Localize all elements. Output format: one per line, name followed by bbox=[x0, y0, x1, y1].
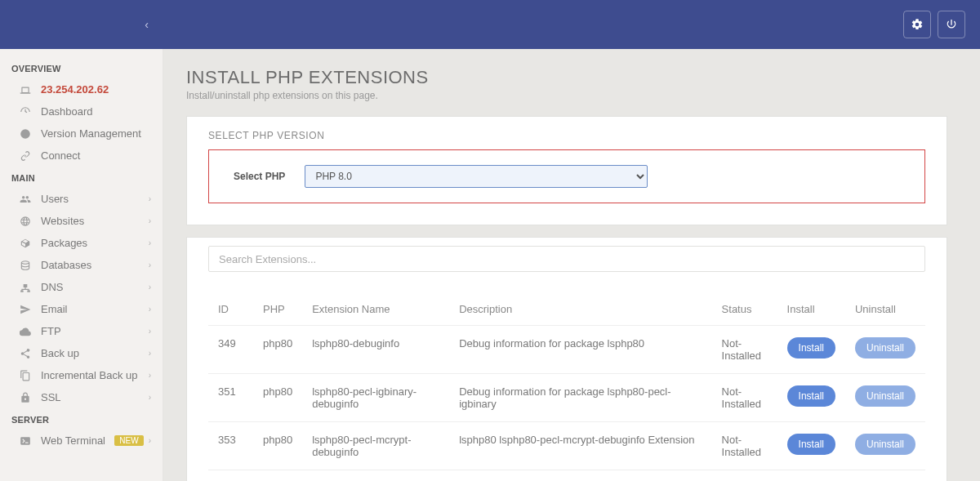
sidebar-item-packages[interactable]: Packages› bbox=[0, 232, 163, 254]
sidebar-item-databases[interactable]: Databases› bbox=[0, 254, 163, 276]
sidebar-item-23-254-202-62[interactable]: 23.254.202.62 bbox=[0, 78, 163, 100]
sitemap-icon bbox=[18, 282, 33, 293]
th-uninstall: Uninstall bbox=[845, 293, 925, 326]
sidebar-section-title: MAIN bbox=[0, 167, 163, 188]
php-version-select[interactable]: PHP 8.0 bbox=[305, 165, 648, 188]
th-desc: Description bbox=[449, 293, 711, 326]
dashboard-icon bbox=[18, 106, 33, 118]
cell-id: 355 bbox=[208, 470, 253, 482]
sidebar-item-label: Connect bbox=[41, 149, 151, 162]
chevron-right-icon: › bbox=[149, 371, 151, 380]
install-button[interactable]: Install bbox=[787, 434, 835, 455]
cell-status: Installed bbox=[712, 470, 777, 482]
search-extensions-input[interactable] bbox=[208, 246, 925, 272]
link-icon bbox=[18, 150, 33, 162]
sidebar-item-label: DNS bbox=[41, 281, 149, 293]
sidebar-item-label: Incremental Back up bbox=[41, 369, 149, 381]
sidebar-item-label: Web Terminal bbox=[41, 434, 114, 447]
cell-php: php80 bbox=[253, 326, 302, 374]
box-icon bbox=[18, 238, 33, 249]
sidebar-collapse-toggle[interactable]: ‹ bbox=[145, 18, 149, 31]
sidebar-item-email[interactable]: Email› bbox=[0, 298, 163, 320]
cell-desc: Debug information for package lsphp80-pe… bbox=[449, 374, 711, 422]
select-php-label: Select PHP bbox=[234, 171, 285, 182]
select-php-highlight-box: Select PHP PHP 8.0 bbox=[208, 149, 925, 203]
th-install: Install bbox=[777, 293, 845, 326]
sidebar-item-dns[interactable]: DNS› bbox=[0, 276, 163, 298]
sidebar-item-label: FTP bbox=[41, 325, 149, 337]
table-row: 349php80lsphp80-debuginfoDebug informati… bbox=[208, 326, 925, 374]
sidebar-section-title: OVERVIEW bbox=[0, 57, 163, 78]
uninstall-button[interactable]: Uninstall bbox=[855, 337, 915, 359]
sidebar-item-label: Packages bbox=[41, 237, 149, 249]
send-icon bbox=[18, 304, 33, 315]
power-icon bbox=[945, 18, 958, 31]
chevron-right-icon: › bbox=[149, 283, 151, 292]
install-button[interactable]: Install bbox=[787, 337, 835, 359]
sidebar-item-label: Email bbox=[41, 303, 149, 315]
settings-button[interactable] bbox=[903, 11, 931, 38]
info-icon bbox=[18, 128, 33, 140]
sidebar-item-ftp[interactable]: FTP› bbox=[0, 320, 163, 342]
cell-id: 349 bbox=[208, 326, 253, 374]
share-icon bbox=[18, 348, 33, 359]
sidebar-item-label: Websites bbox=[41, 215, 149, 227]
sidebar-item-version-management[interactable]: Version Management bbox=[0, 122, 163, 145]
chevron-right-icon: › bbox=[149, 349, 151, 358]
sidebar-item-label: Version Management bbox=[41, 127, 151, 140]
chevron-right-icon: › bbox=[149, 216, 151, 225]
cell-php: php80 bbox=[253, 422, 302, 470]
uninstall-button[interactable]: Uninstall bbox=[855, 385, 915, 407]
cell-name: lsphp80-pecl-igbinary-debuginfo bbox=[302, 374, 449, 422]
select-php-card: SELECT PHP VERSION Select PHP PHP 8.0 bbox=[186, 116, 947, 225]
cell-desc: A extension for PHP applications for usi… bbox=[449, 470, 711, 482]
sidebar-item-users[interactable]: Users› bbox=[0, 188, 163, 210]
chevron-right-icon: › bbox=[149, 305, 151, 314]
sidebar-item-web-terminal[interactable]: Web TerminalNEW› bbox=[0, 430, 163, 452]
copy-icon bbox=[18, 370, 33, 381]
th-php: PHP bbox=[253, 293, 302, 326]
sidebar-item-incremental-back-up[interactable]: Incremental Back up› bbox=[0, 364, 163, 386]
sidebar-item-label: Users bbox=[41, 193, 149, 205]
extensions-table: ID PHP Extension Name Description Status… bbox=[208, 293, 925, 481]
badge-new: NEW bbox=[114, 435, 143, 446]
sidebar-item-back-up[interactable]: Back up› bbox=[0, 342, 163, 364]
uninstall-button[interactable]: Uninstall bbox=[855, 434, 915, 455]
sidebar-section-title: SERVER bbox=[0, 408, 163, 430]
sidebar-item-label: SSL bbox=[41, 391, 149, 403]
power-button[interactable] bbox=[938, 11, 965, 38]
chevron-right-icon: › bbox=[149, 327, 151, 336]
install-button[interactable]: Install bbox=[787, 385, 835, 407]
cell-desc: lsphp80 lsphp80-pecl-mcrypt-debuginfo Ex… bbox=[449, 422, 711, 470]
table-row: 355php80lsphp80-bcmathA extension for PH… bbox=[208, 470, 925, 482]
sidebar-item-ssl[interactable]: SSL› bbox=[0, 386, 163, 408]
cell-php: php80 bbox=[253, 374, 302, 422]
cell-status: Not-Installed bbox=[712, 326, 777, 374]
cell-id: 351 bbox=[208, 374, 253, 422]
th-status: Status bbox=[712, 293, 777, 326]
sidebar-item-dashboard[interactable]: Dashboard bbox=[0, 100, 163, 122]
table-row: 353php80lsphp80-pecl-mcrypt-debuginfolsp… bbox=[208, 422, 925, 470]
cell-id: 353 bbox=[208, 422, 253, 470]
globe-icon bbox=[18, 216, 33, 227]
sidebar-item-label: Databases bbox=[41, 259, 149, 271]
sidebar-item-label: 23.254.202.62 bbox=[41, 83, 151, 96]
sidebar-item-label: Back up bbox=[41, 347, 149, 359]
terminal-icon bbox=[18, 435, 33, 447]
database-icon bbox=[18, 260, 33, 271]
sidebar-item-label: Dashboard bbox=[41, 105, 151, 118]
gear-icon bbox=[911, 18, 924, 31]
chevron-right-icon: › bbox=[149, 194, 151, 203]
sidebar-item-websites[interactable]: Websites› bbox=[0, 210, 163, 232]
chevron-right-icon: › bbox=[149, 261, 151, 269]
sidebar-item-connect[interactable]: Connect bbox=[0, 145, 163, 167]
sidebar: OVERVIEW23.254.202.62DashboardVersion Ma… bbox=[0, 49, 163, 481]
cell-name: lsphp80-pecl-mcrypt-debuginfo bbox=[302, 422, 449, 470]
cell-php: php80 bbox=[253, 470, 302, 482]
select-php-header: SELECT PHP VERSION bbox=[187, 117, 947, 149]
table-row: 351php80lsphp80-pecl-igbinary-debuginfoD… bbox=[208, 374, 925, 422]
laptop-icon bbox=[18, 84, 33, 96]
chevron-right-icon: › bbox=[149, 393, 151, 402]
extensions-card: ID PHP Extension Name Description Status… bbox=[186, 237, 947, 481]
chevron-right-icon: › bbox=[149, 238, 151, 247]
